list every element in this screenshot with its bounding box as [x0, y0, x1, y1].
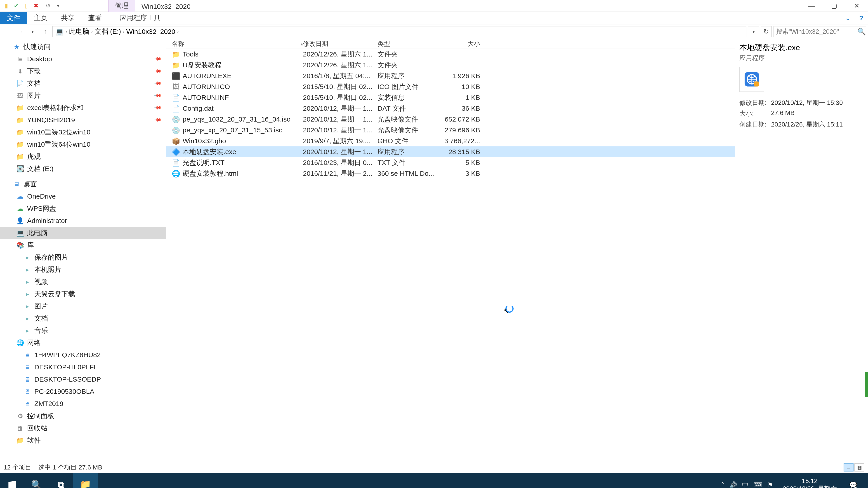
chevron-right-icon[interactable]: › — [123, 29, 124, 35]
nav-quick-item[interactable]: 📁win10重装64位win10 — [0, 138, 166, 151]
file-row[interactable]: 📄光盘说明.TXT2016/10/23, 星期日 0...TXT 文件5 KB — [166, 157, 735, 168]
nav-desktop-item[interactable]: 📚库 — [0, 239, 166, 251]
file-row[interactable]: 💿pe_yqs_1032_20_07_31_16_04.iso2020/10/1… — [166, 114, 735, 125]
view-details-button[interactable]: ≣ — [844, 463, 854, 471]
nav-network[interactable]: 🌐 网络 — [0, 337, 166, 349]
nav-quick-access[interactable]: ★ 快速访问 — [0, 41, 166, 53]
nav-quick-item[interactable]: 🖼图片📌 — [0, 90, 166, 102]
nav-extra-item[interactable]: 📁软件 — [0, 434, 166, 447]
column-size[interactable]: 大小 — [438, 39, 485, 48]
breadcrumb[interactable]: 💻 › 此电脑 › 文档 (E:) › Win10x32_2020 › — [53, 26, 746, 37]
nav-recent-dropdown[interactable]: ▾ — [27, 26, 38, 37]
column-date[interactable]: 修改日期 — [303, 39, 377, 48]
nav-network-item[interactable]: 🖥1H4WPFQ7KZ8HU82 — [0, 349, 166, 361]
view-icons-button[interactable]: ▦ — [855, 463, 864, 471]
column-headers[interactable]: 名称▴ 修改日期 类型 大小 — [166, 39, 735, 49]
nav-desktop-item[interactable]: 💻此电脑 — [0, 227, 166, 239]
breadcrumb-segment[interactable]: 文档 (E:) — [93, 27, 123, 36]
ribbon-tab-file[interactable]: 文件 — [0, 12, 27, 24]
nav-back-button[interactable]: ← — [2, 26, 13, 37]
tray-security-icon[interactable]: ⚑ — [767, 481, 773, 488]
qat-delete-icon[interactable]: ✖ — [31, 1, 41, 11]
nav-library-item[interactable]: ▸图片 — [0, 300, 166, 312]
chevron-right-icon[interactable]: › — [66, 29, 67, 35]
nav-desktop-item[interactable]: ☁WPS网盘 — [0, 202, 166, 215]
contextual-tab-manage[interactable]: 管理 — [108, 0, 135, 12]
nav-desktop[interactable]: 🖥 桌面 — [0, 178, 166, 190]
tray-ime-indicator[interactable]: 中 — [742, 481, 748, 488]
nav-quick-item[interactable]: 📁win10重装32位win10 — [0, 126, 166, 138]
file-row[interactable]: 🌐硬盘安装教程.html2016/11/21, 星期一 2...360 se H… — [166, 168, 735, 179]
nav-library-item[interactable]: ▸文档 — [0, 312, 166, 324]
qat-customize-icon[interactable]: ▾ — [53, 1, 63, 11]
file-row[interactable]: 🔷本地硬盘安装.exe2020/10/12, 星期一 1...应用程序28,31… — [166, 147, 735, 157]
maximize-button[interactable]: ▢ — [823, 0, 845, 12]
nav-library-item[interactable]: ▸保存的图片 — [0, 251, 166, 263]
nav-quick-item[interactable]: ⬇下载📌 — [0, 65, 166, 77]
nav-network-item[interactable]: 🖥DESKTOP-LSSOEDP — [0, 373, 166, 385]
column-type[interactable]: 类型 — [377, 39, 438, 48]
nav-quick-item[interactable]: 💽文档 (E:) — [0, 163, 166, 175]
qat-checkbox-icon[interactable]: ✔ — [11, 1, 21, 11]
file-row[interactable]: 📄Config.dat2020/10/12, 星期一 1...DAT 文件36 … — [166, 103, 735, 114]
refresh-button[interactable]: ↻ — [761, 26, 772, 37]
taskbar-explorer-button[interactable]: 📁 — [73, 473, 98, 488]
search-icon[interactable]: 🔍 — [857, 28, 866, 35]
ribbon-tab-apptools[interactable]: 应用程序工具 — [113, 12, 167, 24]
nav-quick-item[interactable]: 📄文档📌 — [0, 77, 166, 90]
nav-quick-item[interactable]: 📁excel表格制作求和📌 — [0, 102, 166, 114]
ribbon-tab-share[interactable]: 共享 — [54, 12, 81, 24]
nav-up-button[interactable]: ↑ — [40, 26, 51, 37]
start-button[interactable] — [0, 473, 24, 488]
file-row[interactable]: ⬛AUTORUN.EXE2016/1/8, 星期五 04:...应用程序1,92… — [166, 70, 735, 81]
nav-library-item[interactable]: ▸天翼云盘下载 — [0, 288, 166, 300]
column-name[interactable]: 名称▴ — [172, 39, 303, 48]
qat-undo-icon[interactable]: ↺ — [43, 1, 53, 11]
tray-volume-icon[interactable]: 🔊 — [729, 481, 737, 488]
chevron-right-icon[interactable]: › — [91, 29, 93, 35]
file-row[interactable]: 📁Tools2020/12/26, 星期六 1...文件夹 — [166, 49, 735, 60]
search-input[interactable] — [776, 28, 857, 35]
search-box[interactable]: 🔍 — [774, 26, 866, 37]
tray-overflow-icon[interactable]: ˄ — [721, 481, 724, 488]
close-button[interactable]: ✕ — [845, 0, 868, 12]
breadcrumb-pc-icon[interactable]: 💻 — [54, 28, 66, 35]
taskbar[interactable]: 🔍 ⧉ 📁 ˄ 🔊 中 ⌨ ⚑ 15:12 2020/12/26, 星期六 💬2 — [0, 473, 868, 488]
task-view-button[interactable]: ⧉ — [49, 473, 73, 488]
nav-network-item[interactable]: 🖥DESKTOP-HL0PLFL — [0, 361, 166, 373]
nav-network-item[interactable]: 🖥PC-20190530OBLA — [0, 385, 166, 398]
nav-extra-item[interactable]: ⚙控制面板 — [0, 410, 166, 422]
nav-library-item[interactable]: ▸本机照片 — [0, 263, 166, 275]
nav-desktop-item[interactable]: ☁OneDrive — [0, 190, 166, 202]
show-desktop-button[interactable] — [865, 473, 868, 488]
nav-forward-button[interactable]: → — [14, 26, 25, 37]
navigation-pane[interactable]: ★ 快速访问 🖥Desktop📌⬇下载📌📄文档📌🖼图片📌📁excel表格制作求和… — [0, 39, 166, 462]
nav-library-item[interactable]: ▸视频 — [0, 275, 166, 288]
ribbon-tab-view[interactable]: 查看 — [81, 12, 108, 24]
address-dropdown-icon[interactable]: ▾ — [748, 26, 759, 37]
ribbon-collapse-icon[interactable]: ⌄ — [841, 12, 855, 24]
help-icon[interactable]: ? — [855, 12, 868, 24]
tray-clock[interactable]: 15:12 2020/12/26, 星期六 — [778, 477, 841, 488]
nav-quick-item[interactable]: 📁虎观 — [0, 151, 166, 163]
file-row[interactable]: 📦Win10x32.gho2019/9/7, 星期六 19:...GHO 文件3… — [166, 135, 735, 147]
ribbon-tab-home[interactable]: 主页 — [27, 12, 54, 24]
breadcrumb-segment[interactable]: 此电脑 — [67, 27, 91, 36]
file-row[interactable]: 📁U盘安装教程2020/12/26, 星期六 1...文件夹 — [166, 60, 735, 70]
nav-network-item[interactable]: 🖥ZMT2019 — [0, 398, 166, 410]
taskbar-search-button[interactable]: 🔍 — [24, 473, 49, 488]
nav-quick-item[interactable]: 📁YUNQISHI2019📌 — [0, 114, 166, 126]
nav-extra-item[interactable]: 🗑回收站 — [0, 422, 166, 434]
file-row[interactable]: 💿pe_yqs_xp_20_07_31_15_53.iso2020/10/12,… — [166, 125, 735, 135]
action-center-button[interactable]: 💬2 — [846, 473, 860, 488]
nav-library-item[interactable]: ▸音乐 — [0, 324, 166, 337]
qat-open-icon[interactable]: ▯ — [21, 1, 31, 11]
minimize-button[interactable]: — — [800, 0, 823, 12]
tray-ime-icon[interactable]: ⌨ — [753, 481, 763, 488]
file-row[interactable]: 🖼AUTORUN.ICO2015/5/10, 星期日 02...ICO 图片文件… — [166, 81, 735, 92]
nav-quick-item[interactable]: 🖥Desktop📌 — [0, 53, 166, 65]
breadcrumb-segment[interactable]: Win10x32_2020 — [125, 28, 177, 35]
file-row[interactable]: 📄AUTORUN.INF2015/5/10, 星期日 02...安装信息1 KB — [166, 92, 735, 103]
nav-desktop-item[interactable]: 👤Administrator — [0, 215, 166, 227]
chevron-right-icon[interactable]: › — [177, 29, 179, 35]
